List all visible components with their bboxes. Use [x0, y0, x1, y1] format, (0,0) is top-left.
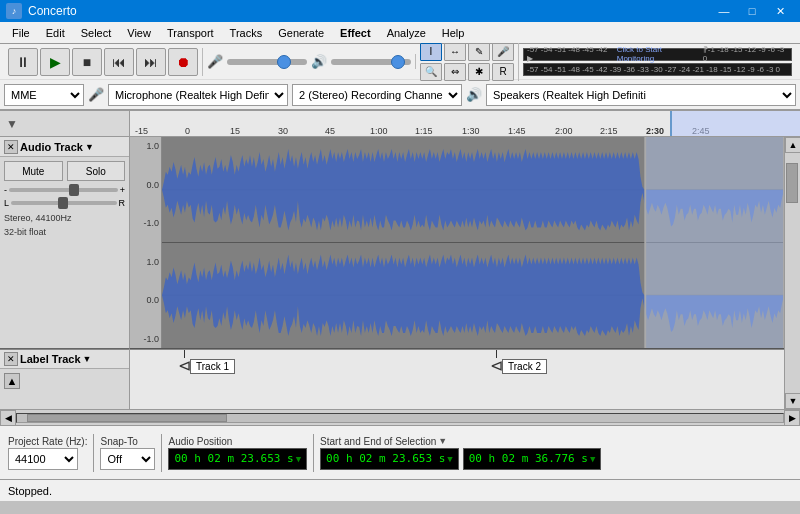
label-track-display: ⊲ Track 1 ⊲ Track 2: [130, 349, 784, 409]
waveform-display[interactable]: [162, 137, 784, 348]
audio-waveform-row: 1.0 0.0 -1.0 1.0 0.0 -1.0: [130, 137, 784, 349]
stop-button[interactable]: ■: [72, 48, 102, 76]
output-volume-slider[interactable]: [331, 59, 411, 65]
h-scrollbar[interactable]: ◀ ▶: [0, 409, 800, 425]
vu-meter-bottom[interactable]: -57 -54 -51 -48 -45 -42 -39 -36 -33 -30 …: [523, 63, 792, 76]
selection-tool[interactable]: I: [420, 43, 442, 61]
waveform-container: 1.0 0.0 -1.0 1.0 0.0 -1.0: [130, 137, 784, 409]
gain-thumb: [69, 184, 79, 196]
menu-view[interactable]: View: [119, 22, 159, 44]
maximize-button[interactable]: □: [738, 0, 766, 22]
label-track-dropdown[interactable]: ▼: [83, 354, 92, 364]
input-volume-slider[interactable]: [227, 59, 307, 65]
selection-start-display[interactable]: 00 h 02 m 23.653 s ▼: [320, 448, 459, 470]
pause-button[interactable]: ⏸: [8, 48, 38, 76]
menu-tracks[interactable]: Tracks: [222, 22, 271, 44]
v-scroll-thumb[interactable]: [786, 163, 798, 203]
skip-back-button[interactable]: ⏮: [104, 48, 134, 76]
mute-button[interactable]: Mute: [4, 161, 63, 181]
audio-track-close[interactable]: ✕: [4, 140, 18, 154]
audio-host-select[interactable]: MME: [4, 84, 84, 106]
scroll-right-btn[interactable]: ▶: [784, 410, 800, 426]
close-button[interactable]: ✕: [766, 0, 794, 22]
r-button[interactable]: R: [492, 63, 514, 81]
menu-effect[interactable]: Effect: [332, 22, 379, 44]
audio-position-label: Audio Position: [168, 436, 307, 447]
timeline-arrow: ▼: [6, 117, 18, 131]
mic-tool[interactable]: 🎤: [492, 43, 514, 61]
tool-buttons: I ↔ ✎ 🎤 🔍 ⇔ ✱ R: [416, 43, 519, 81]
v-scrollbar[interactable]: ▲ ▼: [784, 137, 800, 409]
record-button[interactable]: ⏺: [168, 48, 198, 76]
label2-text: Track 2: [502, 359, 547, 374]
envelope-tool[interactable]: ↔: [444, 43, 466, 61]
menu-analyze[interactable]: Analyze: [379, 22, 434, 44]
vu-meter-top[interactable]: -57 -54 -51 -48 -45 -42 ▶ Click to Start…: [523, 48, 792, 61]
solo-button[interactable]: Solo: [67, 161, 126, 181]
scroll-left-btn[interactable]: ◀: [0, 410, 16, 426]
track-info: Stereo, 44100Hz 32-bit float: [4, 212, 125, 239]
audio-track-dropdown[interactable]: ▼: [85, 142, 94, 152]
project-rate-field: Project Rate (Hz): 44100: [8, 436, 87, 470]
pan-slider[interactable]: [11, 201, 116, 205]
app-title: Concerto: [28, 4, 710, 18]
toolbar-area: ⏸ ▶ ■ ⏮ ⏭ ⏺ 🎤 🔊 I ↔ ✎: [0, 44, 800, 111]
menu-generate[interactable]: Generate: [270, 22, 332, 44]
h-scroll-track[interactable]: [16, 413, 784, 423]
channels-select[interactable]: 2 (Stereo) Recording Channels: [292, 84, 462, 106]
pan-row: L R: [4, 198, 125, 208]
snap-to-select[interactable]: Off: [100, 448, 155, 470]
volume-controls: 🎤 🔊: [203, 54, 416, 69]
label1-text: Track 1: [190, 359, 235, 374]
status-bar: Stopped.: [0, 479, 800, 501]
selection-ruler-highlight: [670, 111, 800, 136]
separator2: [161, 434, 162, 472]
menu-file[interactable]: File: [4, 22, 38, 44]
minimize-button[interactable]: —: [710, 0, 738, 22]
v-scroll-track[interactable]: [785, 153, 800, 393]
audio-pos-dropdown[interactable]: ▼: [296, 454, 301, 464]
audio-position-field: Audio Position 00 h 02 m 23.653 s ▼: [168, 436, 307, 470]
project-rate-select[interactable]: 44100: [8, 448, 78, 470]
play-button[interactable]: ▶: [40, 48, 70, 76]
output-device-select[interactable]: Speakers (Realtek High Definiti: [486, 84, 796, 106]
menu-transport[interactable]: Transport: [159, 22, 222, 44]
app-icon: ♪: [6, 3, 22, 19]
label-track-close[interactable]: ✕: [4, 352, 18, 366]
h-scroll-thumb[interactable]: [27, 414, 227, 422]
mic-icon: 🎤: [207, 54, 223, 69]
gain-row: - +: [4, 185, 125, 195]
audio-position-display[interactable]: 00 h 02 m 23.653 s ▼: [168, 448, 307, 470]
gain-plus: +: [120, 185, 125, 195]
timeshift-tool[interactable]: ⇔: [444, 63, 466, 81]
gain-minus: -: [4, 185, 7, 195]
menu-select[interactable]: Select: [73, 22, 120, 44]
snap-to-label: Snap-To: [100, 436, 155, 447]
label-track-expand[interactable]: ▲: [4, 373, 20, 389]
label-track-controls: ▲: [0, 369, 129, 393]
snap-to-field: Snap-To Off: [100, 436, 155, 470]
separator1: [93, 434, 94, 472]
menu-edit[interactable]: Edit: [38, 22, 73, 44]
track-panel: ✕ Audio Track ▼ Mute Solo - +: [0, 137, 130, 409]
scroll-up-btn[interactable]: ▲: [785, 137, 800, 153]
skip-fwd-button[interactable]: ⏭: [136, 48, 166, 76]
input-device-select[interactable]: Microphone (Realtek High Defini: [108, 84, 288, 106]
audio-track-header-bar: ✕ Audio Track ▼: [0, 137, 129, 157]
selection-dropdown[interactable]: ▼: [438, 436, 447, 446]
transport-controls: ⏸ ▶ ■ ⏮ ⏭ ⏺: [4, 48, 203, 76]
gain-slider[interactable]: [9, 188, 118, 192]
waveform-svg: [162, 137, 784, 348]
draw-tool[interactable]: ✎: [468, 43, 490, 61]
zoom-tool[interactable]: 🔍: [420, 63, 442, 81]
speaker-icon: 🔊: [311, 54, 327, 69]
scroll-down-btn[interactable]: ▼: [785, 393, 800, 409]
timeline-ruler[interactable]: -15 0 15 30 45 1:00 1:15 1:30 1:45 2:00 …: [130, 111, 800, 136]
window-controls: — □ ✕: [710, 0, 794, 22]
selection-end-display[interactable]: 00 h 02 m 36.776 s ▼: [463, 448, 602, 470]
audio-track-panel: ✕ Audio Track ▼ Mute Solo - +: [0, 137, 130, 349]
multi-tool[interactable]: ✱: [468, 63, 490, 81]
pan-right-label: R: [119, 198, 126, 208]
selection-label: Start and End of Selection: [320, 436, 436, 447]
menu-help[interactable]: Help: [434, 22, 473, 44]
